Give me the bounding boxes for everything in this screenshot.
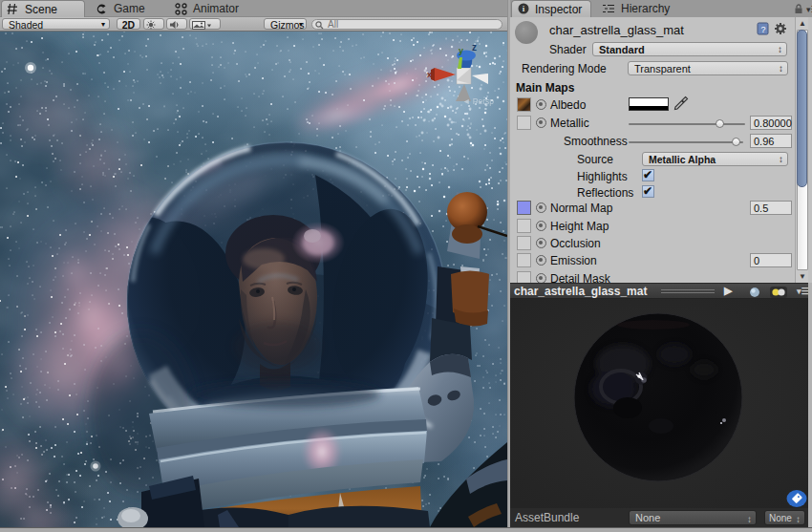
svg-text:◄ Persp: ◄ Persp bbox=[462, 96, 494, 106]
svg-text:x: x bbox=[427, 70, 432, 79]
svg-text:z: z bbox=[472, 42, 477, 53]
svg-text:y: y bbox=[459, 46, 463, 55]
svg-text:?: ? bbox=[760, 25, 765, 34]
